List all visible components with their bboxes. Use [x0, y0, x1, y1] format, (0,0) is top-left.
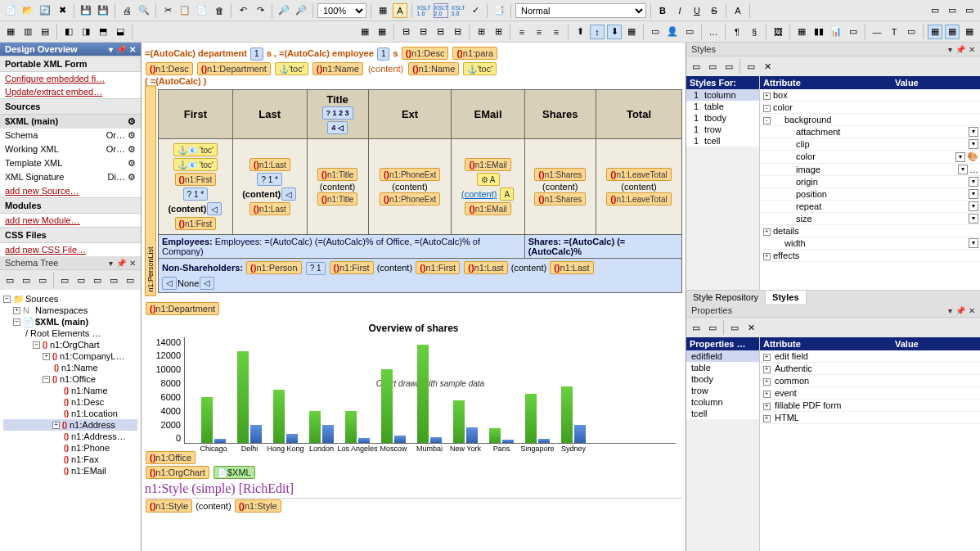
para-icon[interactable]: ¶	[730, 25, 744, 39]
style-attr-row[interactable]: position▾	[760, 188, 980, 201]
xslt20-icon[interactable]: XSLT 2.0	[434, 3, 448, 18]
st-tb3-icon[interactable]: ▭	[35, 273, 50, 287]
section-modules[interactable]: Modules	[0, 197, 141, 214]
copy-icon[interactable]: 📋	[178, 3, 192, 18]
link-add-module[interactable]: add new Module…	[0, 214, 141, 227]
do-row[interactable]: Working XMLOr… ⚙	[0, 142, 141, 156]
pin-icon[interactable]: ▾	[109, 45, 113, 54]
split2-icon[interactable]: ⊞	[491, 25, 506, 39]
st-pin-icon[interactable]: 📌	[116, 259, 126, 268]
join2-icon[interactable]: ⊟	[416, 25, 430, 39]
cat-icon[interactable]: 📑	[492, 3, 506, 18]
tree-item[interactable]: ()n1:Name	[3, 385, 137, 396]
close-icon[interactable]: ✖	[55, 3, 70, 18]
st-tb1-icon[interactable]: ▭	[2, 273, 17, 287]
tag-n1name[interactable]: ()n1:Name	[312, 62, 363, 75]
reload-icon[interactable]: 🔄	[38, 3, 52, 18]
tree-item[interactable]: +()n1:CompanyL…	[3, 350, 137, 362]
section-sources[interactable]: Sources	[0, 98, 141, 115]
st-tb7-icon[interactable]: ▭	[106, 273, 121, 287]
xml-main[interactable]: $XML (main)⚙	[0, 115, 141, 129]
cond-1[interactable]: 1	[250, 47, 263, 61]
db1-icon[interactable]: ▭	[928, 3, 942, 18]
markup2-icon[interactable]: A	[393, 3, 407, 18]
style-for-item[interactable]: 1trow	[686, 124, 759, 135]
tag-personlist[interactable]: n1:PersonList	[145, 86, 156, 296]
grid-icon[interactable]: ▦	[624, 25, 639, 39]
cell2-icon[interactable]: ◨	[79, 25, 93, 39]
va-m-icon[interactable]: ↕	[590, 25, 605, 39]
pt3-icon[interactable]: ▭	[727, 320, 742, 335]
style-attr-row[interactable]: clip▾	[760, 138, 980, 151]
tree-item[interactable]: ()n1:Phone	[3, 442, 137, 454]
split-icon[interactable]: ⊞	[474, 25, 488, 39]
style-attr-row[interactable]: +box	[760, 89, 980, 102]
tab-repo[interactable]: Style Repository	[686, 291, 766, 304]
sect-icon[interactable]: §	[747, 25, 762, 39]
bold-icon[interactable]: B	[655, 3, 670, 18]
section-portable[interactable]: Portable XML Form	[0, 56, 141, 72]
cell3-icon[interactable]: ⬒	[96, 25, 110, 39]
undo-icon[interactable]: ↶	[236, 3, 250, 18]
cell4-icon[interactable]: ⬓	[113, 25, 128, 39]
sp-pin-icon[interactable]: 📌	[955, 45, 965, 54]
tree-item[interactable]: +()n1:Address	[3, 419, 137, 431]
rows-icon[interactable]: ▤	[38, 25, 52, 39]
cond-2[interactable]: 1	[377, 47, 390, 61]
prop-for-item[interactable]: editfield	[686, 350, 759, 362]
va-t-icon[interactable]: ⬆	[573, 25, 587, 39]
xslt30-icon[interactable]: XSLT 3.0	[451, 3, 465, 18]
zoom-combo[interactable]: 100%	[317, 3, 366, 18]
delete-icon[interactable]: 🗑	[212, 3, 227, 18]
db3-icon[interactable]: ▭	[962, 3, 977, 18]
st-close-icon[interactable]: ✕	[129, 259, 136, 268]
ctx-icon[interactable]: …	[706, 25, 721, 39]
pt1-icon[interactable]: ▭	[689, 320, 704, 335]
tree-sources[interactable]: −📁Sources	[3, 293, 137, 305]
tbl-a-icon[interactable]: ▦	[357, 25, 372, 39]
pin2-icon[interactable]: 📌	[116, 45, 126, 54]
tag-n1desc-close[interactable]: ()n1:Desc	[402, 47, 449, 60]
style-attr-row[interactable]: -color	[760, 102, 980, 114]
prop-for-item[interactable]: trow	[686, 385, 759, 396]
design-cell[interactable]: ()n1:Title(content)()n1:Title	[307, 139, 368, 235]
tree-item[interactable]: −()n1:Office	[3, 373, 137, 385]
tree-item[interactable]: ()n1:Location	[3, 408, 137, 419]
xslt10-icon[interactable]: XSLT 1.0	[416, 3, 431, 18]
redo-icon[interactable]: ↷	[253, 3, 267, 18]
obj3-icon[interactable]: ▭	[682, 25, 697, 39]
prop-for-item[interactable]: table	[686, 362, 759, 373]
cols-icon[interactable]: ▥	[20, 25, 35, 39]
st1-icon[interactable]: ▭	[689, 59, 704, 74]
cut-icon[interactable]: ✂	[160, 3, 175, 18]
tag-n1dept[interactable]: ()n1:Department	[197, 62, 271, 75]
style-combo[interactable]: Normal	[515, 3, 646, 18]
tree-item[interactable]: ()n1:Desc	[3, 396, 137, 408]
sel2-icon[interactable]: ▦	[945, 25, 960, 39]
style-attr-row[interactable]: -background	[760, 114, 980, 126]
pp-pin-icon[interactable]: 📌	[955, 306, 965, 315]
st-del-icon[interactable]: ✕	[760, 59, 775, 74]
st-tb8-icon[interactable]: ▭	[123, 273, 137, 287]
al-l-icon[interactable]: ≡	[515, 25, 529, 39]
design-canvas[interactable]: =(AutoCalc) department 1 s , =(AutoCalc)…	[142, 43, 686, 551]
design-cell[interactable]: ()n1:Last? 1 *(content)◁()n1:Last	[232, 139, 307, 235]
join-icon[interactable]: ⊟	[398, 25, 413, 39]
tag-n1para-close[interactable]: ()n1:para	[452, 47, 497, 60]
st2-icon[interactable]: ▭	[705, 59, 720, 74]
st4-icon[interactable]: ▭	[744, 59, 758, 74]
tag-n1desc[interactable]: ()n1:Desc	[146, 62, 193, 75]
tag-style-open[interactable]: ()n1:Style	[146, 499, 192, 513]
new-icon[interactable]: 📄	[3, 3, 18, 18]
join4-icon[interactable]: ⊟	[450, 25, 465, 39]
print-icon[interactable]: 🖨	[119, 3, 134, 18]
tree-item[interactable]: −()n1:OrgChart	[3, 339, 137, 350]
findnext-icon[interactable]: 🔎	[294, 3, 308, 18]
link-add-css[interactable]: add new CSS File…	[0, 243, 141, 256]
chart-icon[interactable]: 📊	[829, 25, 843, 39]
tag-style-close[interactable]: ()n1:Style	[235, 499, 281, 513]
style-attr-row[interactable]: origin▾	[760, 176, 980, 188]
style-attr-row[interactable]: size▾	[760, 213, 980, 225]
tree-xmlmain[interactable]: −📄$XML (main)	[3, 316, 137, 327]
pp-menu-icon[interactable]: ▾	[948, 306, 952, 315]
